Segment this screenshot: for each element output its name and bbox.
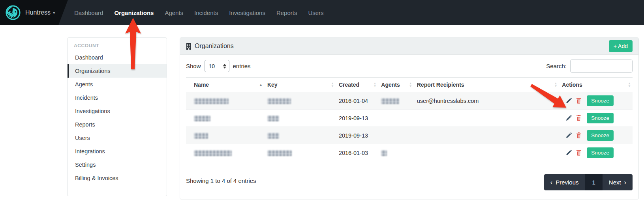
column-header-key[interactable]: Key ▲▼ xyxy=(264,78,336,92)
next-page-button[interactable]: Next › xyxy=(603,174,633,190)
chevron-right-icon: › xyxy=(624,179,626,186)
column-header-created[interactable]: Created ▲▼ xyxy=(336,78,378,92)
search-label: Search: xyxy=(546,63,567,69)
table-row: 2016-01-03 Snooze xyxy=(186,144,633,162)
table-row: 2016-01-04 user@huntresslabs.com Snooze xyxy=(186,92,633,110)
sort-icon[interactable]: ▲▼ xyxy=(331,82,334,88)
trash-icon xyxy=(576,132,581,138)
edit-button[interactable] xyxy=(566,98,572,104)
sidebar-item-incidents[interactable]: Incidents xyxy=(68,91,167,104)
delete-button[interactable] xyxy=(576,115,581,121)
huntress-logo-icon xyxy=(5,4,21,21)
redacted-name xyxy=(194,133,208,139)
show-label: Show xyxy=(186,63,201,69)
table-header-row: Name ▲ Key ▲▼ Created ▲▼ Agents ▲▼ Repor… xyxy=(186,78,633,92)
redacted-key xyxy=(267,98,291,104)
column-header-report-recipients[interactable]: Report Recipients ▲▼ xyxy=(414,78,559,92)
report-recipients-cell xyxy=(414,110,559,127)
search-control: Search: xyxy=(546,60,633,73)
report-recipients-cell: user@huntresslabs.com xyxy=(414,92,559,110)
sort-icon[interactable]: ▲▼ xyxy=(628,82,631,88)
add-organization-button[interactable]: + Add xyxy=(609,40,633,52)
page-length-value: 10 xyxy=(209,63,215,69)
delete-button[interactable] xyxy=(576,132,581,138)
redacted-key xyxy=(267,133,279,139)
page-number-button[interactable]: 1 xyxy=(585,174,602,190)
nav-item-incidents[interactable]: Incidents xyxy=(194,9,218,16)
pencil-icon xyxy=(566,115,572,121)
nav-item-investigations[interactable]: Investigations xyxy=(229,9,265,16)
nav-item-users[interactable]: Users xyxy=(308,9,323,16)
redacted-agents xyxy=(381,98,399,104)
entries-label: entries xyxy=(233,63,251,69)
created-cell: 2016-01-04 xyxy=(336,92,378,110)
previous-page-button[interactable]: ‹ Previous xyxy=(544,174,585,190)
redacted-name xyxy=(194,98,229,104)
pencil-icon xyxy=(566,150,572,156)
sidebar-item-users[interactable]: Users xyxy=(68,131,167,145)
edit-button[interactable] xyxy=(566,115,572,121)
building-icon xyxy=(186,43,192,50)
snooze-button[interactable]: Snooze xyxy=(587,130,614,141)
redacted-key xyxy=(267,150,292,156)
search-input[interactable] xyxy=(570,60,633,73)
column-header-name[interactable]: Name ▲ xyxy=(186,78,264,92)
sidebar-item-organizations[interactable]: Organizations xyxy=(68,64,167,78)
page-title: Organizations xyxy=(195,43,234,50)
sidebar-item-agents[interactable]: Agents xyxy=(68,78,167,91)
created-cell: 2019-09-13 xyxy=(336,110,378,127)
table-row: 2019-09-13 Snooze xyxy=(186,110,633,127)
chevron-left-icon: ‹ xyxy=(550,179,552,186)
account-sidebar: ACCOUNT Dashboard Organizations Agents I… xyxy=(67,37,167,196)
trash-icon xyxy=(576,98,581,104)
redacted-agents xyxy=(381,150,387,156)
brand-section[interactable]: Huntress ▾ xyxy=(0,0,68,25)
sidebar-section-title: ACCOUNT xyxy=(68,38,167,51)
snooze-button[interactable]: Snooze xyxy=(587,147,614,158)
page-length-select[interactable]: 10 xyxy=(205,60,229,72)
sidebar-item-billing[interactable]: Billing & Invoices xyxy=(68,171,167,185)
redacted-name xyxy=(194,115,210,121)
delete-button[interactable] xyxy=(576,150,581,156)
snooze-button[interactable]: Snooze xyxy=(587,95,614,106)
pencil-icon xyxy=(566,132,572,138)
edit-button[interactable] xyxy=(566,132,572,138)
nav-item-organizations[interactable]: Organizations xyxy=(114,9,154,16)
created-cell: 2019-09-13 xyxy=(336,127,378,144)
chevron-down-icon: ▾ xyxy=(53,10,55,15)
sidebar-item-integrations[interactable]: Integrations xyxy=(68,145,167,158)
delete-button[interactable] xyxy=(576,98,581,104)
trash-icon xyxy=(576,115,581,121)
nav-item-reports[interactable]: Reports xyxy=(276,9,297,16)
brand-name[interactable]: Huntress xyxy=(25,9,51,16)
column-header-actions[interactable]: Actions ▲▼ xyxy=(559,78,633,92)
trash-icon xyxy=(576,150,581,156)
sidebar-item-settings[interactable]: Settings xyxy=(68,158,167,171)
sort-icon[interactable]: ▲▼ xyxy=(373,82,376,88)
organizations-panel: Organizations + Add Show 10 entries Sear… xyxy=(180,37,639,199)
nav-item-dashboard[interactable]: Dashboard xyxy=(74,9,103,16)
column-header-agents[interactable]: Agents ▲▼ xyxy=(378,78,413,92)
top-navbar: Huntress ▾ Dashboard Organizations Agent… xyxy=(0,0,644,25)
edit-button[interactable] xyxy=(566,150,572,156)
organizations-table: Name ▲ Key ▲▼ Created ▲▼ Agents ▲▼ Repor… xyxy=(186,77,633,161)
table-controls: Show 10 entries Search: xyxy=(180,55,638,77)
report-recipients-cell xyxy=(414,144,559,162)
panel-header: Organizations + Add xyxy=(180,38,638,55)
sidebar-item-reports[interactable]: Reports xyxy=(68,118,167,131)
sidebar-item-dashboard[interactable]: Dashboard xyxy=(68,51,167,64)
nav-item-agents[interactable]: Agents xyxy=(165,9,183,16)
created-cell: 2016-01-03 xyxy=(336,144,378,162)
sort-ascending-icon[interactable]: ▲ xyxy=(259,84,263,86)
sort-icon[interactable]: ▲▼ xyxy=(554,82,557,88)
sidebar-item-investigations[interactable]: Investigations xyxy=(68,104,167,118)
redacted-name xyxy=(194,150,232,156)
main-nav: Dashboard Organizations Agents Incidents… xyxy=(74,0,324,25)
snooze-button[interactable]: Snooze xyxy=(587,113,614,123)
sort-icon[interactable]: ▲▼ xyxy=(409,82,412,88)
table-summary: Showing 1 to 4 of 4 entries xyxy=(186,177,256,184)
report-recipients-cell xyxy=(414,127,559,144)
pencil-icon xyxy=(566,98,572,104)
redacted-key xyxy=(267,115,279,121)
select-spinner-icon xyxy=(223,64,226,69)
